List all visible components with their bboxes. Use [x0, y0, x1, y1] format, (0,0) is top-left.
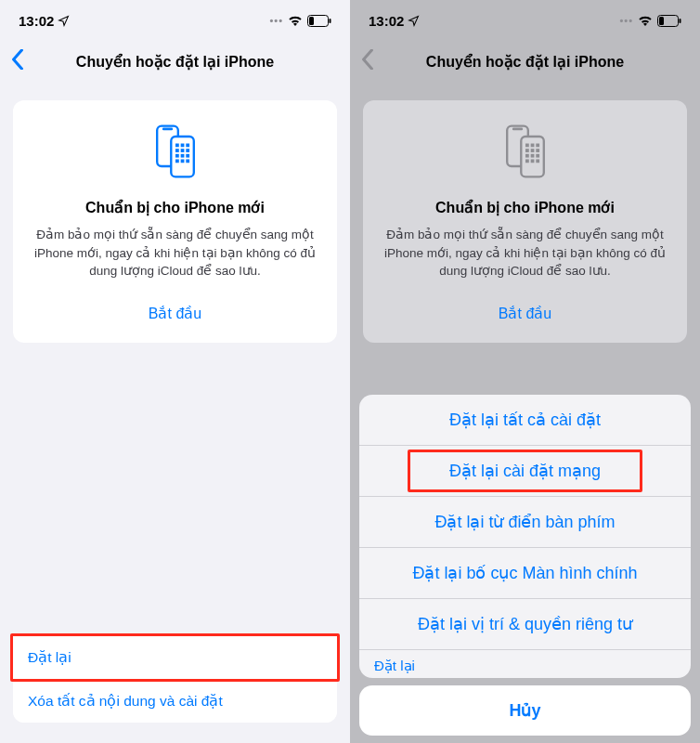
svg-rect-19	[659, 17, 664, 25]
prepare-phones-icon	[30, 121, 320, 182]
cancel-button[interactable]: Hủy	[359, 685, 691, 736]
dots-icon: •••	[619, 15, 633, 26]
reset-keyboard-dict[interactable]: Đặt lại từ điển bàn phím	[359, 497, 691, 548]
screen-right: 13:02 ••• Chuyển hoặc đặt lại iPhone Chu…	[350, 0, 700, 743]
reset-button[interactable]: Đặt lại	[13, 636, 337, 680]
nav-header: Chuyển hoặc đặt lại iPhone	[350, 41, 700, 82]
reset-location-privacy[interactable]: Đặt lại vị trí & quyền riêng tư	[359, 599, 691, 650]
svg-rect-15	[175, 159, 179, 163]
bottom-action-list: Đặt lại Xóa tất cả nội dung và cài đặt	[13, 636, 337, 723]
svg-rect-28	[530, 149, 534, 152]
erase-all-button[interactable]: Xóa tất cả nội dung và cài đặt	[13, 680, 337, 723]
svg-rect-35	[536, 159, 539, 163]
svg-rect-26	[536, 144, 539, 148]
screen-left: 13:02 ••• Chuyển hoặc đặt lại iPhone Chu…	[0, 0, 350, 743]
prepare-description: Đảm bảo mọi thứ sẵn sàng để chuyển sang …	[30, 226, 320, 280]
battery-icon	[657, 15, 681, 27]
svg-rect-6	[175, 144, 179, 148]
svg-rect-12	[175, 154, 179, 158]
reset-home-layout[interactable]: Đặt lại bố cục Màn hình chính	[359, 548, 691, 599]
svg-rect-31	[530, 154, 534, 158]
prepare-card: Chuẩn bị cho iPhone mới Đảm bảo mọi thứ …	[363, 100, 687, 343]
wifi-icon	[288, 15, 303, 26]
svg-rect-25	[530, 144, 534, 148]
svg-rect-11	[186, 149, 189, 152]
battery-icon	[307, 15, 331, 27]
prepare-phones-icon	[380, 121, 670, 182]
back-button[interactable]	[11, 49, 24, 73]
svg-rect-16	[180, 159, 184, 163]
reset-partial-item[interactable]: Đặt lại	[359, 650, 691, 678]
svg-rect-22	[512, 128, 522, 131]
wifi-icon	[638, 15, 653, 26]
prepare-title: Chuẩn bị cho iPhone mới	[30, 199, 320, 216]
svg-rect-1	[309, 17, 314, 25]
location-arrow-icon	[408, 15, 420, 27]
nav-header: Chuyển hoặc đặt lại iPhone	[0, 41, 350, 82]
location-arrow-icon	[58, 15, 70, 27]
start-button[interactable]: Bắt đầu	[30, 299, 320, 328]
status-bar: 13:02 •••	[350, 0, 700, 41]
status-bar: 13:02 •••	[0, 0, 350, 41]
svg-rect-34	[530, 159, 534, 163]
svg-rect-7	[180, 144, 184, 148]
svg-rect-10	[180, 149, 184, 152]
action-sheet-container: Đặt lại tất cả cài đặt Đặt lại cài đặt m…	[350, 395, 700, 743]
svg-rect-32	[536, 154, 539, 158]
reset-network-label: Đặt lại cài đặt mạng	[449, 462, 601, 480]
nav-title: Chuyển hoặc đặt lại iPhone	[426, 53, 624, 71]
svg-rect-33	[525, 159, 529, 163]
back-button[interactable]	[361, 49, 374, 73]
svg-rect-30	[525, 154, 529, 158]
svg-rect-20	[680, 19, 681, 23]
dots-icon: •••	[269, 15, 283, 26]
reset-network-settings[interactable]: Đặt lại cài đặt mạng	[359, 446, 691, 497]
status-time: 13:02	[369, 13, 404, 29]
svg-rect-14	[186, 154, 189, 158]
start-button[interactable]: Bắt đầu	[380, 299, 670, 328]
svg-rect-17	[186, 159, 189, 163]
svg-rect-13	[180, 154, 184, 158]
status-time: 13:02	[19, 13, 54, 29]
nav-title: Chuyển hoặc đặt lại iPhone	[76, 53, 274, 71]
svg-rect-2	[330, 19, 331, 23]
svg-rect-27	[525, 149, 529, 152]
svg-rect-8	[186, 144, 189, 148]
reset-all-settings[interactable]: Đặt lại tất cả cài đặt	[359, 395, 691, 446]
svg-rect-4	[162, 128, 172, 131]
action-sheet: Đặt lại tất cả cài đặt Đặt lại cài đặt m…	[359, 395, 691, 678]
svg-rect-24	[525, 144, 529, 148]
svg-rect-29	[536, 149, 539, 152]
prepare-title: Chuẩn bị cho iPhone mới	[380, 199, 670, 216]
prepare-card: Chuẩn bị cho iPhone mới Đảm bảo mọi thứ …	[13, 100, 337, 343]
prepare-description: Đảm bảo mọi thứ sẵn sàng để chuyển sang …	[380, 226, 670, 280]
svg-rect-9	[175, 149, 179, 152]
